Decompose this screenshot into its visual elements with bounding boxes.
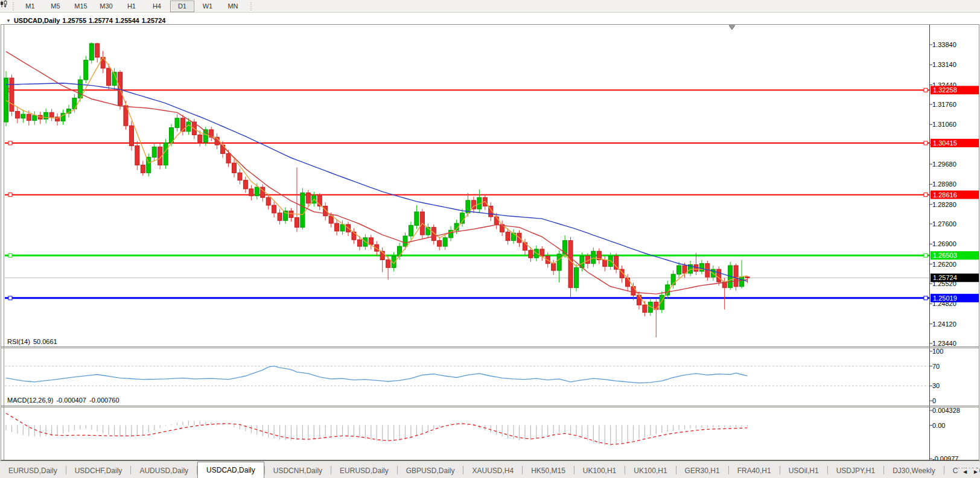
symbol-tab-bar: EURUSD,DailyUSDCHF,DailyAUDUSD,DailyUSDC…: [0, 460, 980, 478]
timeframe-button-m15[interactable]: M15: [69, 1, 93, 12]
candlestick: [49, 112, 54, 117]
candlestick: [386, 260, 390, 267]
level-anchor[interactable]: [8, 193, 12, 197]
level-anchor[interactable]: [8, 253, 12, 257]
tab-uk100-h1[interactable]: UK100,H1: [574, 464, 625, 478]
current-price-label: 1.25724: [933, 274, 957, 281]
candlestick: [301, 193, 305, 228]
candlestick: [591, 251, 596, 263]
candlestick: [352, 232, 356, 240]
tab-usdcnh-daily[interactable]: USDCNH,Daily: [265, 464, 331, 478]
candlestick: [152, 147, 156, 157]
price-tick-label: 1.27600: [932, 220, 956, 228]
candlestick: [574, 267, 579, 287]
tab-usoil-h1[interactable]: USOil,H1: [780, 464, 827, 478]
chart-shift-marker-icon[interactable]: [729, 25, 735, 30]
price-tick-label: 1.33840: [932, 41, 956, 48]
macd-value: -0.000407: [56, 397, 86, 404]
tab-fra40-h1[interactable]: FRA40,H1: [729, 464, 780, 478]
rsi-tick-label: 0: [932, 397, 936, 404]
rsi-caption: RSI(14)50.0661: [7, 338, 60, 345]
candlestick: [438, 241, 442, 247]
level-anchor[interactable]: [924, 253, 928, 257]
timeframe-button-m30[interactable]: M30: [94, 1, 118, 12]
candlestick: [266, 197, 270, 205]
candlestick: [745, 277, 749, 278]
tab-scroll-left-icon[interactable]: ◄: [962, 468, 968, 475]
candlestick: [198, 135, 202, 142]
timeframe-button-h4[interactable]: H4: [145, 1, 169, 12]
candlestick: [506, 232, 510, 240]
candlestick: [289, 211, 293, 218]
price-tick-label: 1.31060: [932, 121, 956, 128]
level-anchor[interactable]: [924, 88, 928, 92]
candlestick: [272, 205, 276, 213]
candlestick: [226, 153, 231, 163]
collapse-caret-icon[interactable]: ▼: [6, 18, 11, 24]
tab-usdjpy-h1[interactable]: USDJPY,H1: [828, 464, 883, 478]
toolbar-grip[interactable]: [11, 2, 15, 10]
timeframe-button-mn[interactable]: MN: [221, 1, 245, 12]
candlestick: [329, 216, 333, 223]
tab-ger30-h1[interactable]: GER30,H1: [676, 464, 728, 478]
macd-label: MACD(12,26,9): [7, 397, 53, 404]
chart-title: ▼USDCAD,Daily1.257551.257741.255441.2572…: [6, 17, 168, 24]
candlestick: [643, 305, 647, 312]
timeframe-toolbar: ▼ M1M5M15M30H1H4D1W1MN: [0, 0, 980, 13]
candlestick: [682, 266, 687, 273]
candlestick: [238, 173, 242, 180]
symbol-tabs: EURUSD,DailyUSDCHF,DailyAUDUSD,DailyUSDC…: [0, 462, 980, 478]
candlestick: [135, 146, 139, 165]
ma-fast-line: [6, 57, 748, 310]
tab-eurusd-daily[interactable]: EURUSD,Daily: [0, 464, 66, 478]
level-anchor[interactable]: [924, 193, 928, 197]
level-price-label: 1.26503: [933, 252, 957, 259]
level-anchor[interactable]: [924, 296, 928, 300]
timeframe-button-m1[interactable]: M1: [18, 1, 42, 12]
chart-type-button[interactable]: ▼: [0, 1, 10, 11]
timeframe-button-d1[interactable]: D1: [170, 1, 194, 12]
candlestick: [129, 126, 133, 145]
tab-eurusd-daily[interactable]: EURUSD,Daily: [331, 464, 397, 478]
timeframe-button-w1[interactable]: W1: [196, 1, 220, 12]
timeframe-button-m5[interactable]: M5: [43, 1, 68, 12]
timeframe-button-h1[interactable]: H1: [119, 1, 144, 12]
rsi-tick-label: 100: [932, 348, 943, 355]
tab-usdchf-daily[interactable]: USDCHF,Daily: [66, 464, 131, 478]
candlestick: [95, 43, 100, 57]
macd-tick-label: 0.004328: [932, 407, 960, 414]
candlestick: [89, 43, 94, 60]
tab-usdcad-daily[interactable]: USDCAD,Daily: [197, 462, 264, 478]
tab-xauusd-h4[interactable]: XAUUSD,H4: [463, 464, 522, 478]
candlestick: [403, 236, 407, 246]
price-tick-label: 1.24120: [932, 320, 956, 328]
candlestick: [443, 238, 447, 246]
level-anchor[interactable]: [8, 296, 12, 300]
candlestick: [306, 193, 310, 203]
tab-hk50-m15[interactable]: HK50,M15: [523, 464, 574, 478]
candlestick: [637, 295, 641, 305]
chart-title-close: 1.25724: [142, 17, 166, 24]
level-anchor[interactable]: [8, 141, 12, 145]
tab-gbpusd-daily[interactable]: GBPUSD,Daily: [398, 464, 463, 478]
rsi-label: RSI(14): [7, 338, 30, 345]
tab-uk100-h1[interactable]: UK100,H1: [625, 464, 675, 478]
candlestick: [631, 287, 635, 295]
candlestick: [21, 114, 25, 118]
level-price-label: 1.28616: [933, 191, 957, 199]
toolbar-grip[interactable]: [249, 2, 253, 10]
tab-scroll-right-icon[interactable]: ►: [973, 468, 979, 475]
tab-dj30-weekly[interactable]: DJ30,Weekly: [884, 464, 943, 478]
candlestick: [44, 112, 48, 119]
candlestick: [660, 295, 664, 310]
candlestick: [603, 260, 607, 266]
candlestick: [734, 266, 738, 287]
candlestick: [369, 238, 373, 244]
level-anchor[interactable]: [924, 141, 928, 145]
ma-mid-line: [6, 51, 748, 294]
chart-title-low: 1.25544: [115, 17, 139, 24]
price-tick-label: 1.28280: [932, 201, 956, 208]
tab-audusd-daily[interactable]: AUDUSD,Daily: [131, 464, 197, 478]
candlestick: [180, 118, 185, 132]
chart-canvas[interactable]: 1.338401.331401.324401.317601.310601.303…: [0, 12, 980, 461]
